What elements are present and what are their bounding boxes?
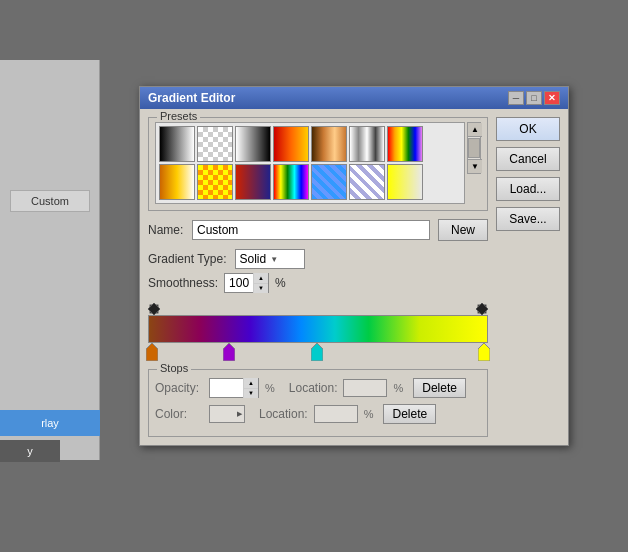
smoothness-unit: % <box>275 276 286 290</box>
name-row: Name: New <box>148 219 488 241</box>
dialog-content: Presets <box>140 109 568 445</box>
top-stops-row <box>148 301 488 315</box>
smoothness-row: Smoothness: 100 ▲ ▼ % <box>148 273 488 293</box>
presets-container: ▲ ▼ <box>155 122 481 204</box>
color-location-label: Location: <box>259 407 308 421</box>
name-input[interactable] <box>192 220 430 240</box>
color-stop-2[interactable] <box>223 343 235 364</box>
dialog-title: Gradient Editor <box>148 91 235 105</box>
color-stop-1-icon <box>146 343 158 361</box>
color-stop-4[interactable] <box>478 343 490 364</box>
opacity-up-button[interactable]: ▲ <box>244 378 258 389</box>
load-button[interactable]: Load... <box>496 177 560 201</box>
opacity-stepper: ▲ ▼ <box>243 378 258 398</box>
preset-7[interactable] <box>387 126 423 162</box>
preset-5[interactable] <box>311 126 347 162</box>
title-bar[interactable]: Gradient Editor ─ □ ✕ <box>140 87 568 109</box>
scroll-track <box>468 137 480 159</box>
gradient-editor-dialog: Gradient Editor ─ □ ✕ Presets <box>139 86 569 446</box>
opacity-unit: % <box>265 382 275 394</box>
smoothness-up-button[interactable]: ▲ <box>254 273 268 284</box>
ok-button[interactable]: OK <box>496 117 560 141</box>
svg-rect-9 <box>312 349 322 360</box>
opacity-location-unit: % <box>393 382 403 394</box>
preset-11[interactable] <box>273 164 309 200</box>
preset-12[interactable] <box>311 164 347 200</box>
title-bar-buttons: ─ □ ✕ <box>508 91 560 105</box>
smoothness-down-button[interactable]: ▼ <box>254 284 268 294</box>
opacity-stop-left-icon <box>148 303 160 315</box>
preset-3[interactable] <box>235 126 271 162</box>
gradient-type-row: Gradient Type: Solid ▼ <box>148 249 488 269</box>
preset-14[interactable] <box>387 164 423 200</box>
color-field-label: Color: <box>155 407 203 421</box>
maximize-button[interactable]: □ <box>526 91 542 105</box>
opacity-field-label: Opacity: <box>155 381 203 395</box>
top-stop-left[interactable] <box>148 303 160 318</box>
close-button[interactable]: ✕ <box>544 91 560 105</box>
opacity-down-button[interactable]: ▼ <box>244 389 258 399</box>
main-area: Presets <box>148 117 488 437</box>
color-swatch-arrow-icon: ▶ <box>237 410 242 418</box>
opacity-stop-right-icon <box>476 303 488 315</box>
opacity-stop-row: Opacity: ▲ ▼ % Location: % Delete <box>155 378 481 398</box>
gradient-type-label: Gradient Type: <box>148 252 227 266</box>
color-location-unit: % <box>364 408 374 420</box>
scroll-up-arrow[interactable]: ▲ <box>468 123 482 137</box>
save-button[interactable]: Save... <box>496 207 560 231</box>
stops-group: Stops Opacity: ▲ ▼ % Location: % <box>148 369 488 437</box>
preset-9[interactable] <box>197 164 233 200</box>
opacity-location-label: Location: <box>289 381 338 395</box>
bg-custom-label: Custom <box>10 190 90 212</box>
preset-10[interactable] <box>235 164 271 200</box>
preset-scrollbar[interactable]: ▲ ▼ <box>467 122 481 174</box>
color-location-input[interactable] <box>314 405 358 423</box>
name-label: Name: <box>148 223 184 237</box>
opacity-value-box: ▲ ▼ <box>209 378 259 398</box>
svg-rect-7 <box>224 349 234 360</box>
presets-grid <box>155 122 465 204</box>
svg-rect-11 <box>479 349 489 360</box>
smoothness-input-box: 100 ▲ ▼ <box>224 273 269 293</box>
color-swatch[interactable]: ▶ <box>209 405 245 423</box>
presets-group: Presets <box>148 117 488 211</box>
preset-2[interactable] <box>197 126 233 162</box>
right-buttons: OK Cancel Load... Save... <box>496 117 560 437</box>
preset-6[interactable] <box>349 126 385 162</box>
scroll-thumb[interactable] <box>468 138 480 158</box>
select-arrow-icon: ▼ <box>270 255 278 264</box>
gradient-type-select[interactable]: Solid ▼ <box>235 249 305 269</box>
preset-4[interactable] <box>273 126 309 162</box>
color-stop-3[interactable] <box>311 343 323 364</box>
cancel-button[interactable]: Cancel <box>496 147 560 171</box>
bottom-stops-row <box>148 343 488 363</box>
color-stop-3-icon <box>311 343 323 361</box>
gradient-bar-area <box>148 301 488 363</box>
svg-rect-5 <box>147 349 157 360</box>
preset-13[interactable] <box>349 164 385 200</box>
scroll-down-arrow[interactable]: ▼ <box>468 159 482 173</box>
stops-group-label: Stops <box>157 362 191 374</box>
presets-label: Presets <box>157 110 200 122</box>
minimize-button[interactable]: ─ <box>508 91 524 105</box>
color-stop-4-icon <box>478 343 490 361</box>
smoothness-stepper: ▲ ▼ <box>253 273 268 293</box>
new-button[interactable]: New <box>438 219 488 241</box>
delete-color-button[interactable]: Delete <box>383 404 436 424</box>
color-stop-1[interactable] <box>146 343 158 364</box>
preset-1[interactable] <box>159 126 195 162</box>
color-stop-row: Color: ▶ Location: % Delete <box>155 404 481 424</box>
bg-y-label: y <box>0 440 60 462</box>
gradient-bar[interactable] <box>148 315 488 343</box>
bg-overlay-label: rlay <box>0 410 100 436</box>
opacity-location-input[interactable] <box>343 379 387 397</box>
gradient-type-value: Solid <box>240 252 267 266</box>
top-stop-right[interactable] <box>476 303 488 318</box>
preset-8[interactable] <box>159 164 195 200</box>
delete-opacity-button[interactable]: Delete <box>413 378 466 398</box>
bg-panel: Custom rlay y <box>0 60 100 460</box>
color-stop-2-icon <box>223 343 235 361</box>
smoothness-value: 100 <box>225 276 253 290</box>
smoothness-label: Smoothness: <box>148 276 218 290</box>
